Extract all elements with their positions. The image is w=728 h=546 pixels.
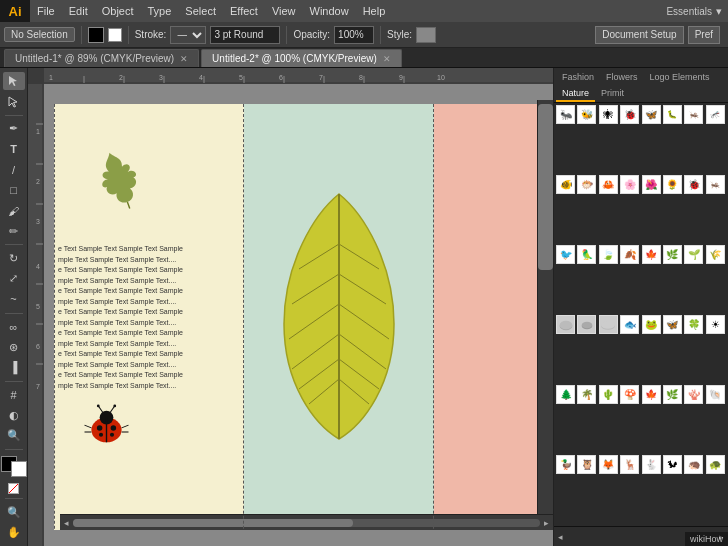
scale-tool[interactable]: ⤢ <box>3 270 25 288</box>
panel-scroll-left[interactable]: ◂ <box>558 532 563 542</box>
horizontal-scrollbar[interactable]: ◂ ▸ <box>60 514 553 530</box>
zoom-tool[interactable]: 🔍 <box>3 503 25 521</box>
h-scroll-thumb[interactable] <box>73 519 353 527</box>
symbol-dragonfly[interactable]: 🦗 <box>706 175 725 194</box>
symbol-grass[interactable]: 🌿 <box>663 385 682 404</box>
mesh-tool[interactable]: # <box>3 386 25 404</box>
symbol-ant[interactable]: 🐜 <box>556 105 575 124</box>
symbol-leaf1[interactable]: 🍃 <box>599 245 618 264</box>
background-swatch[interactable] <box>11 461 27 477</box>
panel-tab-flowers[interactable]: Flowers <box>600 70 644 86</box>
symbol-ladybug2[interactable]: 🐞 <box>684 175 703 194</box>
symbol-frog[interactable]: 🐸 <box>642 315 661 334</box>
symbol-rabbit[interactable]: 🐇 <box>642 455 661 474</box>
panel-tab-fashion[interactable]: Fashion <box>556 70 600 86</box>
symbol-plant1[interactable]: 🌿 <box>663 245 682 264</box>
rect-tool[interactable]: □ <box>3 181 25 199</box>
canvas-area[interactable]: 1 2 3 4 5 6 7 8 9 10 1 <box>28 68 553 546</box>
symbol-plant2[interactable]: 🌱 <box>684 245 703 264</box>
hand-tool[interactable]: ✋ <box>3 524 25 542</box>
stroke-value-input[interactable] <box>210 26 280 44</box>
paint-tool[interactable]: 🖌 <box>3 201 25 219</box>
scroll-right-btn[interactable]: ▸ <box>544 518 549 528</box>
symbol-stone2[interactable] <box>577 315 596 334</box>
select-tool[interactable] <box>3 72 25 90</box>
opacity-input[interactable] <box>334 26 374 44</box>
symbol-leaf4[interactable]: 🍀 <box>684 315 703 334</box>
pencil-tool[interactable]: ✏ <box>3 222 25 240</box>
tab-close-2[interactable]: ✕ <box>383 54 391 64</box>
symbol-stone1[interactable] <box>556 315 575 334</box>
menu-select[interactable]: Select <box>178 0 223 22</box>
ladybug[interactable] <box>79 399 134 454</box>
symbol-fox[interactable]: 🦊 <box>599 455 618 474</box>
fill-swatch[interactable] <box>88 27 104 43</box>
symbol-fish3[interactable]: 🐟 <box>620 315 639 334</box>
symbol-bird1[interactable]: 🐦 <box>556 245 575 264</box>
symbol-bug2[interactable]: 🦗 <box>684 105 703 124</box>
stroke-select[interactable]: — <box>170 26 206 44</box>
symbol-palm[interactable]: 🌴 <box>577 385 596 404</box>
pen-tool[interactable]: ✒ <box>3 120 25 138</box>
symbol-plant3[interactable]: 🌾 <box>706 245 725 264</box>
symbol-butterfly[interactable]: 🦋 <box>642 105 661 124</box>
maple-leaf[interactable] <box>84 144 154 214</box>
none-icon[interactable] <box>8 483 19 494</box>
v-scroll-thumb[interactable] <box>538 104 553 270</box>
symbol-tool[interactable]: ⊛ <box>3 338 25 356</box>
scroll-left-btn[interactable]: ◂ <box>64 518 69 528</box>
symbol-hedgehog[interactable]: 🦔 <box>684 455 703 474</box>
style-swatch[interactable] <box>416 27 436 43</box>
document-canvas[interactable]: e Text Sample Text Sample Text Sample mp… <box>44 84 553 530</box>
rotate-tool[interactable]: ↻ <box>3 249 25 267</box>
menu-object[interactable]: Object <box>95 0 141 22</box>
symbol-stone3[interactable] <box>599 315 618 334</box>
line-tool[interactable]: / <box>3 161 25 179</box>
panel-tab-nature[interactable]: Nature <box>556 86 595 102</box>
symbol-flower3[interactable]: 🌻 <box>663 175 682 194</box>
symbol-duck[interactable]: 🦆 <box>556 455 575 474</box>
symbol-bee[interactable]: 🐝 <box>577 105 596 124</box>
menu-type[interactable]: Type <box>141 0 179 22</box>
tab-untitled2[interactable]: Untitled-2* @ 100% (CMYK/Preview) ✕ <box>201 49 402 67</box>
symbol-tree[interactable]: 🌲 <box>556 385 575 404</box>
warp-tool[interactable]: ~ <box>3 290 25 308</box>
stroke-swatch-small[interactable] <box>108 28 122 42</box>
tab-close-1[interactable]: ✕ <box>180 54 188 64</box>
vertical-scrollbar[interactable] <box>537 100 553 514</box>
panel-tab-logo-elements[interactable]: Logo Elements <box>644 70 716 86</box>
blend-tool[interactable]: ∞ <box>3 317 25 335</box>
menu-view[interactable]: View <box>265 0 303 22</box>
symbol-spider[interactable]: 🕷 <box>599 105 618 124</box>
prefs-button[interactable]: Pref <box>688 26 720 44</box>
symbol-flower1[interactable]: 🌸 <box>620 175 639 194</box>
menu-edit[interactable]: Edit <box>62 0 95 22</box>
symbol-sun[interactable]: ☀ <box>706 315 725 334</box>
tab-untitled1[interactable]: Untitled-1* @ 89% (CMYK/Preview) ✕ <box>4 49 199 67</box>
symbol-flower2[interactable]: 🌺 <box>642 175 661 194</box>
symbol-bird2[interactable]: 🦜 <box>577 245 596 264</box>
eyedropper-tool[interactable]: 🔍 <box>3 426 25 444</box>
symbol-maple-leaf[interactable]: 🍁 <box>642 385 661 404</box>
type-tool[interactable]: T <box>3 140 25 158</box>
document-setup-button[interactable]: Document Setup <box>595 26 684 44</box>
symbol-deer[interactable]: 🦌 <box>620 455 639 474</box>
symbol-crab[interactable]: 🦀 <box>599 175 618 194</box>
symbol-leaf3[interactable]: 🍁 <box>642 245 661 264</box>
symbol-owl[interactable]: 🦉 <box>577 455 596 474</box>
menu-help[interactable]: Help <box>356 0 393 22</box>
symbol-fish1[interactable]: 🐠 <box>556 175 575 194</box>
direct-select-tool[interactable] <box>3 92 25 110</box>
symbol-bug1[interactable]: 🐛 <box>663 105 682 124</box>
panel-tab-primitive[interactable]: Primit <box>595 86 630 102</box>
symbol-bug4[interactable]: 🦋 <box>663 315 682 334</box>
column-graph-tool[interactable]: ▐ <box>3 358 25 376</box>
symbol-leaf2[interactable]: 🍂 <box>620 245 639 264</box>
symbol-coral[interactable]: 🪸 <box>684 385 703 404</box>
menu-effect[interactable]: Effect <box>223 0 265 22</box>
large-leaf[interactable] <box>264 184 414 444</box>
symbol-bug3[interactable]: 🦟 <box>706 105 725 124</box>
symbol-mushroom[interactable]: 🍄 <box>620 385 639 404</box>
symbol-beetle[interactable]: 🐞 <box>620 105 639 124</box>
symbol-turtle[interactable]: 🐢 <box>706 455 725 474</box>
